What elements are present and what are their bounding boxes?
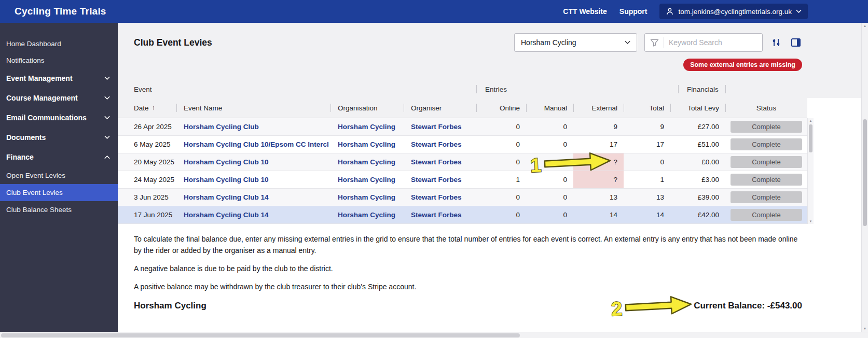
user-menu[interactable]: tom.jenkins@cyclingtimetrials.org.uk — [659, 4, 808, 19]
organiser-link[interactable]: Stewart Forbes — [411, 140, 462, 148]
sidebar-item-open-event-levies[interactable]: Open Event Levies — [0, 167, 118, 184]
columns-settings-icon[interactable] — [770, 36, 782, 49]
organisation-link[interactable]: Horsham Cycling — [338, 123, 395, 131]
club-select[interactable]: Horsham Cycling — [514, 33, 637, 52]
main-content: Club Event Levies Horsham Cycling — [118, 23, 868, 332]
event-name-link[interactable]: Horsham Cycling Club 10 — [184, 176, 269, 184]
organiser-link[interactable]: Stewart Forbes — [411, 158, 462, 166]
scroll-down-icon[interactable]: ▼ — [808, 219, 814, 224]
cell-external: 9 — [573, 118, 624, 135]
horizontal-scrollbar[interactable] — [0, 332, 868, 338]
cell-date: 26 Apr 2025 — [118, 118, 176, 135]
chevron-down-icon — [104, 135, 110, 139]
table-row[interactable]: 24 May 2025Horsham Cycling Club 10Horsha… — [118, 171, 807, 189]
cell-total-levy: £27.00 — [670, 118, 725, 135]
cell-organisation: Horsham Cycling — [330, 189, 404, 206]
column-header-date[interactable]: Date↑ — [118, 98, 176, 118]
topbar-nav: CTT Website Support tom.jenkins@cyclingt… — [563, 4, 808, 19]
event-name-link[interactable]: Horsham Cycling Club — [184, 123, 259, 131]
cell-online: 0 — [476, 118, 526, 135]
event-name-link[interactable]: Horsham Cycling Club 10/Epsom CC Intercl — [184, 140, 329, 148]
sidebar-section-label: Documents — [6, 133, 46, 142]
sidebar-section-finance[interactable]: Finance — [0, 147, 118, 167]
sidebar-section-event-management[interactable]: Event Management — [0, 68, 118, 88]
app-logo[interactable]: Cycling Time Trials — [15, 6, 106, 17]
table-row[interactable]: 17 Jun 2025Horsham Cycling Club 14Horsha… — [118, 206, 807, 224]
organisation-link[interactable]: Horsham Cycling — [338, 211, 395, 219]
sort-ascending-icon: ↑ — [152, 104, 155, 111]
cell-date: 6 May 2025 — [118, 136, 176, 153]
cell-status: Complete — [725, 153, 807, 171]
cell-organisation: Horsham Cycling — [330, 136, 404, 153]
column-header-event-name[interactable]: Event Name — [176, 98, 330, 118]
grid-scrollbar-thumb[interactable] — [809, 124, 812, 152]
organiser-link[interactable]: Stewart Forbes — [411, 176, 462, 184]
column-header-external[interactable]: External — [573, 98, 624, 118]
status-badge: Complete — [731, 138, 802, 150]
organisation-link[interactable]: Horsham Cycling — [338, 193, 395, 201]
filter-funnel-icon — [650, 37, 664, 48]
sidebar: Home DashboardNotificationsEvent Managem… — [0, 23, 118, 332]
page-scrollbar[interactable]: ▲ ▼ — [861, 23, 868, 332]
sidebar-item-club-balance-sheets[interactable]: Club Balance Sheets — [0, 201, 118, 218]
group-divider — [476, 85, 477, 93]
scroll-up-icon[interactable]: ▲ — [808, 118, 814, 123]
cell-total-levy: £0.00 — [670, 153, 725, 171]
status-badge: Complete — [731, 191, 802, 203]
cell-organiser: Stewart Forbes — [404, 136, 476, 153]
horizontal-scrollbar-thumb[interactable] — [1, 333, 520, 337]
cell-total: 17 — [624, 136, 670, 153]
explanation-paragraph: To calculate the final balance due, ente… — [134, 233, 802, 256]
scroll-up-icon[interactable]: ▲ — [862, 23, 868, 29]
topbar-link-ctt-website[interactable]: CTT Website — [563, 7, 607, 16]
organiser-link[interactable]: Stewart Forbes — [411, 123, 462, 131]
event-name-link[interactable]: Horsham Cycling Club 14 — [184, 211, 269, 219]
organiser-link[interactable]: Stewart Forbes — [411, 211, 462, 219]
organisation-link[interactable]: Horsham Cycling — [338, 158, 395, 166]
scroll-down-icon[interactable]: ▼ — [862, 326, 868, 332]
table-row[interactable]: 26 Apr 2025Horsham Cycling ClubHorsham C… — [118, 118, 807, 136]
sidebar-section-label: Finance — [6, 153, 34, 161]
table-row[interactable]: 6 May 2025Horsham Cycling Club 10/Epsom … — [118, 136, 807, 153]
sidebar-section-label: Course Management — [6, 94, 78, 102]
column-header-online[interactable]: Online — [476, 98, 526, 118]
cell-status: Complete — [725, 136, 807, 153]
sidebar-section-documents[interactable]: Documents — [0, 128, 118, 147]
sidebar-item-notifications[interactable]: Notifications — [0, 52, 118, 68]
cell-external[interactable]: ? — [573, 153, 624, 171]
table-row[interactable]: 3 Jun 2025Horsham Cycling Club 14Horsham… — [118, 189, 807, 206]
organiser-link[interactable]: Stewart Forbes — [411, 193, 462, 201]
page-scrollbar-thumb[interactable] — [863, 119, 867, 226]
group-divider — [725, 85, 726, 93]
cell-online: 0 — [476, 153, 526, 171]
sidebar-item-home-dashboard[interactable]: Home Dashboard — [0, 35, 118, 52]
column-header-organisation[interactable]: Organisation — [330, 98, 404, 118]
column-header-manual[interactable]: Manual — [526, 98, 573, 118]
column-header-total[interactable]: Total — [624, 98, 670, 118]
topbar-link-support[interactable]: Support — [619, 7, 647, 16]
column-header-total-levy[interactable]: Total Levy — [670, 98, 725, 118]
side-panel-icon[interactable] — [790, 36, 802, 49]
user-email: tom.jenkins@cyclingtimetrials.org.uk — [678, 8, 792, 16]
group-header-event: Event — [134, 86, 152, 93]
event-name-link[interactable]: Horsham Cycling Club 14 — [184, 193, 269, 201]
grid-scrollbar[interactable]: ▲ ▼ — [807, 118, 814, 224]
organisation-link[interactable]: Horsham Cycling — [338, 176, 395, 184]
search-input[interactable] — [664, 38, 757, 47]
cell-manual: 0 — [526, 189, 573, 206]
sidebar-item-club-event-levies[interactable]: Club Event Levies — [0, 184, 118, 201]
organisation-link[interactable]: Horsham Cycling — [338, 140, 395, 148]
cell-event-name: Horsham Cycling Club 10 — [176, 171, 330, 188]
cell-online: 0 — [476, 136, 526, 153]
sidebar-section-email-communications[interactable]: Email Communications — [0, 108, 118, 128]
cell-organiser: Stewart Forbes — [404, 206, 476, 223]
sidebar-section-course-management[interactable]: Course Management — [0, 88, 118, 108]
cell-total: 1 — [624, 171, 670, 188]
column-header-status[interactable]: Status — [725, 98, 807, 118]
table-row[interactable]: 20 May 2025Horsham Cycling Club 10Horsha… — [118, 153, 807, 171]
cell-organiser: Stewart Forbes — [404, 153, 476, 171]
event-name-link[interactable]: Horsham Cycling Club 10 — [184, 158, 269, 166]
page-title: Club Event Levies — [134, 37, 212, 48]
column-header-organiser[interactable]: Organiser — [404, 98, 476, 118]
cell-external[interactable]: ? — [573, 171, 624, 188]
